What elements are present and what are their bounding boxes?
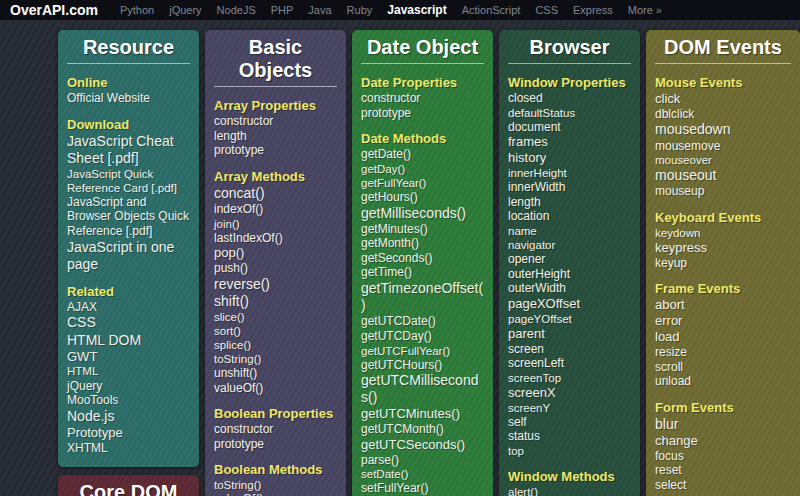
item-link[interactable]: JavaScript Cheat Sheet [.pdf]: [67, 133, 190, 167]
item-link[interactable]: screenX: [508, 385, 631, 401]
item-link[interactable]: JavaScript and Browser Objects Quick Ref…: [67, 195, 190, 239]
item-link[interactable]: GWT: [67, 349, 190, 365]
item-link[interactable]: getUTCHours(): [361, 358, 484, 373]
item-link[interactable]: getUTCDay(): [361, 329, 484, 344]
item-link[interactable]: mousemove: [655, 139, 791, 154]
item-link[interactable]: JavaScript Quick Reference Card [.pdf]: [67, 167, 190, 195]
item-link[interactable]: screenLeft: [508, 356, 631, 371]
item-link[interactable]: prototype: [214, 143, 337, 158]
item-link[interactable]: innerHeight: [508, 166, 631, 180]
item-link[interactable]: toString(): [214, 478, 337, 492]
item-link[interactable]: screenY: [508, 401, 631, 415]
item-link[interactable]: document: [508, 120, 631, 135]
item-link[interactable]: sort(): [214, 324, 337, 338]
item-link[interactable]: pageYOffset: [508, 312, 631, 326]
item-link[interactable]: outerWidth: [508, 281, 631, 296]
item-link[interactable]: abort: [655, 297, 791, 313]
item-link[interactable]: top: [508, 444, 631, 458]
item-link[interactable]: dblclick: [655, 107, 791, 122]
item-link[interactable]: getUTCSeconds(): [361, 437, 484, 453]
nav-link-jquery[interactable]: jQuery: [169, 4, 201, 16]
item-link[interactable]: prototype: [214, 437, 337, 452]
item-link[interactable]: CSS: [67, 314, 190, 331]
item-link[interactable]: Official Website: [67, 91, 190, 106]
item-link[interactable]: setFullYear(): [361, 481, 484, 496]
item-link[interactable]: HTML DOM: [67, 332, 190, 349]
item-link[interactable]: focus: [655, 449, 791, 464]
item-link[interactable]: mouseout: [655, 167, 791, 184]
item-link[interactable]: shift(): [214, 293, 337, 310]
nav-link-php[interactable]: PHP: [271, 4, 294, 16]
item-link[interactable]: scroll: [655, 360, 791, 375]
item-link[interactable]: innerWidth: [508, 180, 631, 195]
item-link[interactable]: keyup: [655, 256, 791, 271]
item-link[interactable]: jQuery: [67, 379, 190, 394]
item-link[interactable]: getTimezoneOffset(): [361, 280, 484, 314]
nav-link-python[interactable]: Python: [120, 4, 154, 16]
item-link[interactable]: unshift(): [214, 366, 337, 381]
item-link[interactable]: AJAX: [67, 300, 190, 315]
item-link[interactable]: lastIndexOf(): [214, 231, 337, 246]
item-link[interactable]: valueOf(): [214, 492, 337, 496]
item-link[interactable]: location: [508, 209, 631, 224]
item-link[interactable]: getUTCFullYear(): [361, 344, 484, 358]
nav-link-more[interactable]: More »: [628, 4, 662, 16]
item-link[interactable]: opener: [508, 252, 631, 267]
item-link[interactable]: resize: [655, 345, 791, 360]
item-link[interactable]: pop(): [214, 245, 337, 261]
item-link[interactable]: frames: [508, 134, 631, 150]
item-link[interactable]: getTime(): [361, 265, 484, 280]
item-link[interactable]: error: [655, 313, 791, 329]
item-link[interactable]: getUTCDate(): [361, 314, 484, 329]
item-link[interactable]: getFullYear(): [361, 176, 484, 190]
item-link[interactable]: getUTCMinutes(): [361, 406, 484, 422]
item-link[interactable]: slice(): [214, 310, 337, 324]
item-link[interactable]: MooTools: [67, 393, 190, 408]
item-link[interactable]: concat(): [214, 185, 337, 202]
item-link[interactable]: parse(): [361, 453, 484, 468]
item-link[interactable]: parent: [508, 326, 631, 342]
item-link[interactable]: navigator: [508, 238, 631, 252]
item-link[interactable]: click: [655, 91, 791, 107]
nav-link-express[interactable]: Express: [573, 4, 613, 16]
item-link[interactable]: screen: [508, 342, 631, 357]
nav-link-ruby[interactable]: Ruby: [347, 4, 373, 16]
item-link[interactable]: outerHeight: [508, 267, 631, 282]
item-link[interactable]: closed: [508, 91, 631, 106]
item-link[interactable]: blur: [655, 416, 791, 433]
item-link[interactable]: name: [508, 224, 631, 238]
item-link[interactable]: constructor: [361, 91, 484, 106]
item-link[interactable]: prototype: [361, 106, 484, 121]
item-link[interactable]: reverse(): [214, 276, 337, 293]
item-link[interactable]: select: [655, 478, 791, 493]
item-link[interactable]: mousedown: [655, 121, 791, 138]
item-link[interactable]: getUTCMilliseconds(): [361, 372, 484, 406]
item-link[interactable]: constructor: [214, 114, 337, 129]
nav-link-java[interactable]: Java: [308, 4, 331, 16]
item-link[interactable]: change: [655, 433, 791, 449]
item-link[interactable]: push(): [214, 261, 337, 276]
item-link[interactable]: keypress: [655, 240, 791, 256]
nav-link-actionscript[interactable]: ActionScript: [462, 4, 521, 16]
item-link[interactable]: join(): [214, 217, 337, 231]
item-link[interactable]: Prototype: [67, 425, 190, 441]
item-link[interactable]: getMilliseconds(): [361, 205, 484, 222]
item-link[interactable]: getDate(): [361, 147, 484, 162]
item-link[interactable]: getMonth(): [361, 236, 484, 251]
item-link[interactable]: pageXOffset: [508, 296, 631, 312]
item-link[interactable]: self: [508, 415, 631, 430]
item-link[interactable]: mouseover: [655, 153, 791, 167]
item-link[interactable]: indexOf(): [214, 202, 337, 217]
item-link[interactable]: JavaScript in one page: [67, 239, 190, 273]
nav-link-nodejs[interactable]: NodeJS: [217, 4, 256, 16]
item-link[interactable]: getSeconds(): [361, 251, 484, 266]
item-link[interactable]: splice(): [214, 338, 337, 352]
nav-link-javascript[interactable]: Javascript: [387, 3, 446, 17]
item-link[interactable]: unload: [655, 374, 791, 389]
item-link[interactable]: toString(): [214, 352, 337, 366]
item-link[interactable]: alert(): [508, 485, 631, 496]
item-link[interactable]: length: [214, 129, 337, 144]
item-link[interactable]: load: [655, 329, 791, 345]
item-link[interactable]: mouseup: [655, 184, 791, 199]
item-link[interactable]: getDay(): [361, 162, 484, 176]
